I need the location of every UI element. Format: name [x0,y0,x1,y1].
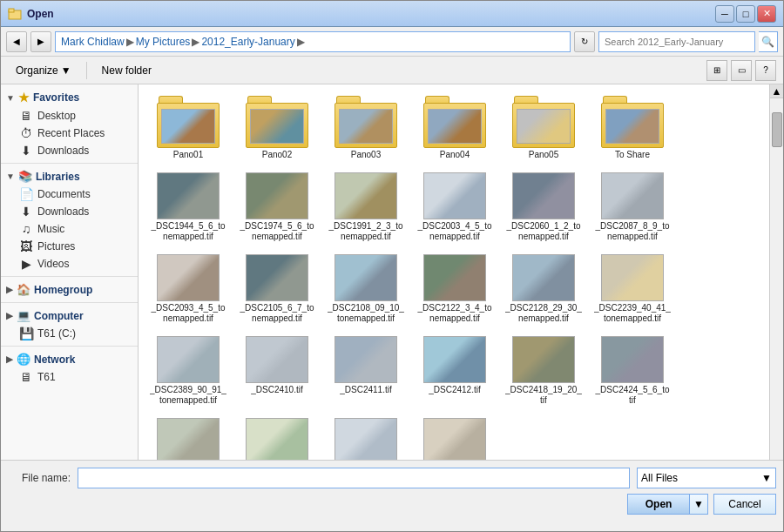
open-arrow-button[interactable]: ▼ [690,494,708,515]
sidebar-item-music[interactable]: ♫ Music [1,220,138,238]
sidebar-item-t61-network[interactable]: 🖥 T61 [1,368,138,386]
file-dsc2087-label: _DSC2087_8_9_tonemapped.tif [595,221,669,242]
help-button[interactable]: ? [755,60,776,81]
folder-pano01-label: Pano01 [173,150,203,160]
sidebar-divider-1 [1,163,138,164]
breadcrumb-path[interactable]: Mark Chidlaw ▶ My Pictures ▶ 2012_Early-… [55,31,571,52]
favorites-header[interactable]: ▼ ★ Favorites [1,88,138,107]
file-dsc2418[interactable]: _DSC2418_19_20_tif [501,332,586,410]
file-dsc2087[interactable]: _DSC2087_8_9_tonemapped.tif [590,168,675,246]
file-dsc2105[interactable]: _DSC2105_6_7_tonemapped.tif [234,250,320,328]
open-dialog: Open ─ □ ✕ ◀ ▶ Mark Chidlaw ▶ My Picture… [0,0,784,532]
folder-pano04-label: Pano04 [440,150,470,160]
folder-pano02[interactable]: Pano02 [234,91,320,165]
file-dsc2108[interactable]: _DSC2108_09_10_tonemapped.tif [323,250,409,328]
scroll-up-button[interactable]: ▲ [770,84,783,98]
sidebar-divider-4 [1,346,138,347]
organize-button[interactable]: Organize ▼ [8,60,79,81]
sidebar-item-pictures[interactable]: 🖼 Pictures [1,238,138,255]
preview-button[interactable]: ▭ [731,60,752,81]
file-dsc2122-label: _DSC2122_3_4_tonemapped.tif [417,303,491,324]
desktop-icon: 🖥 [18,109,34,123]
sidebar-item-videos[interactable]: ▶ Videos [1,255,138,273]
network-computer-icon: 🖥 [18,370,34,384]
back-button[interactable]: ◀ [6,31,27,52]
file-dsc2427-thumb [157,418,220,460]
scroll-thumb[interactable] [772,112,782,147]
file-dsc2093[interactable]: _DSC2093_4_5_tonemapped.tif [145,250,231,328]
breadcrumb-markchidlaw[interactable]: Mark Chidlaw [61,36,125,48]
file-dsc2424[interactable]: _DSC2424_5_6_totif [590,332,675,410]
pictures-icon: 🖼 [18,239,34,253]
file-dsc2424-label: _DSC2424_5_6_totif [595,385,669,406]
file-dsc2412[interactable]: _DSC2412.tif [412,332,497,410]
folder-pano01[interactable]: Pano01 [145,91,231,165]
file-dsc2411[interactable]: _DSC2411.tif [323,332,409,410]
folder-toshare[interactable]: To Share [590,91,675,165]
new-folder-button[interactable]: New folder [94,60,159,81]
computer-header[interactable]: ▶ 💻 Computer [1,306,138,325]
search-input[interactable] [605,37,749,47]
close-button[interactable]: ✕ [757,5,776,23]
file-dsc2003-thumb [423,172,486,219]
file-dsc2128-label: _DSC2128_29_30_nemapped.tif [505,303,582,324]
file-dsc2411-label: _DSC2411.tif [340,385,391,395]
file-dsc2128[interactable]: _DSC2128_29_30_nemapped.tif [501,250,586,328]
file-dsc1944[interactable]: _DSC1944_5_6_tonemapped.tif [145,168,231,246]
file-20120104[interactable]: 20120104-1.jpg [234,414,320,460]
filename-label: File name: [8,472,71,484]
minimize-button[interactable]: ─ [715,5,734,23]
folder-toshare-icon [601,96,664,148]
toolbar-separator [86,62,87,79]
file-area[interactable]: Pano01 Pano02 Pano03 [139,84,769,460]
file-dsc1991[interactable]: _DSC1991_2_3_tonemapped.tif [323,168,409,246]
file-dsc2418-thumb [512,336,575,383]
sidebar-item-documents[interactable]: 📄 Documents [1,185,138,203]
file-dsc2410[interactable]: _DSC2410.tif [234,332,320,410]
sidebar-item-recentplaces[interactable]: ⏱ Recent Places [1,125,138,142]
open-button[interactable]: Open [627,494,690,515]
network-header[interactable]: ▶ 🌐 Network [1,350,138,368]
file-dsc2389-thumb [157,336,220,383]
folder-pano04[interactable]: Pano04 [412,91,497,165]
homegroup-header[interactable]: ▶ 🏠 Homegroup [1,280,138,299]
search-button[interactable]: 🔍 [759,31,778,52]
libraries-chevron: ▼ [6,172,15,181]
file-dsc2389[interactable]: _DSC2389_90_91_tonemapped.tif [145,332,231,410]
action-row: Open ▼ Cancel [8,494,776,515]
view-button[interactable]: ⊞ [706,60,727,81]
file-centralnevada[interactable]: Central Nevada... [412,414,497,460]
breadcrumb-folder[interactable]: 2012_Early-January [201,36,294,48]
file-dsc2003[interactable]: _DSC2003_4_5_tonemapped.tif [412,168,497,246]
folder-pano04-icon [423,96,486,148]
folder-pano03-icon [335,96,397,148]
file-dsc2060[interactable]: _DSC2060_1_2_tonemapped.tif [501,168,586,246]
favorites-section: ▼ ★ Favorites 🖥 Desktop ⏱ Recent Places … [1,88,138,159]
sidebar-item-t61c[interactable]: 💾 T61 (C:) [1,325,138,342]
filename-input[interactable] [78,468,630,488]
folder-pano05[interactable]: Pano05 [501,91,586,165]
forward-button[interactable]: ▶ [30,31,51,52]
file-dsc2411-thumb [335,336,397,383]
file-20120105[interactable]: 20120105-1.jpg [323,414,409,460]
folder-pano03[interactable]: Pano03 [323,91,409,165]
sidebar-item-desktop[interactable]: 🖥 Desktop [1,107,138,125]
scrollbar[interactable]: ▲ [769,84,783,460]
file-dsc2427[interactable]: _DSC2427_8_9_totif [145,414,231,460]
folder-pano02-icon [246,96,308,148]
sidebar-divider-3 [1,302,138,303]
refresh-button[interactable]: ↻ [574,31,595,52]
cancel-button[interactable]: Cancel [713,494,776,515]
file-dsc1974-thumb [246,172,308,219]
folder-pano02-label: Pano02 [262,150,292,160]
sidebar-item-downloads-fav[interactable]: ⬇ Downloads [1,142,138,159]
breadcrumb-mypictures[interactable]: My Pictures [136,36,191,48]
file-dsc2122-thumb [423,254,486,301]
filetype-dropdown[interactable]: All Files ▼ [637,468,776,488]
sidebar-item-downloads-lib[interactable]: ⬇ Downloads [1,203,138,220]
file-dsc2239[interactable]: _DSC2239_40_41_tonemapped.tif [590,250,675,328]
maximize-button[interactable]: □ [736,5,755,23]
file-dsc2122[interactable]: _DSC2122_3_4_tonemapped.tif [412,250,497,328]
libraries-header[interactable]: ▼ 📚 Libraries [1,167,138,185]
file-dsc1974[interactable]: _DSC1974_5_6_tonemapped.tif [234,168,320,246]
